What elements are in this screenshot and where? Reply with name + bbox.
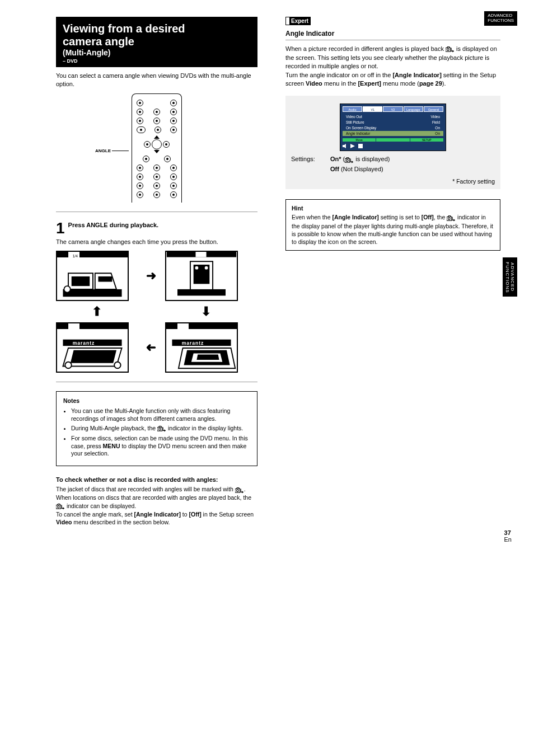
svg-rect-6	[99, 276, 113, 282]
remote-illustration: ANGLE	[106, 93, 207, 203]
svg-marker-17	[71, 350, 116, 363]
check-p2: To cancel the angle mark, set [Angle Ind…	[56, 510, 257, 526]
svg-point-26	[159, 428, 161, 430]
svg-point-18	[65, 362, 71, 368]
svg-marker-0	[154, 135, 160, 139]
hint-box: Hint Even when the [Angle Indicator] set…	[285, 199, 500, 251]
arrow-up-icon: ⬆	[56, 303, 137, 320]
note-2: During Multi-Angle playback, the indicat…	[71, 425, 250, 433]
settings-row: Settings: On* ( is displayed) Off (Not D…	[291, 154, 495, 173]
hint-text: Even when the [Angle Indicator] setting …	[292, 213, 494, 246]
scene-3: marantz	[165, 322, 238, 373]
title-dvd: – DVD	[63, 58, 251, 64]
right-p1: When a picture recorded in different ang…	[285, 45, 500, 71]
setup-tab: Audio	[343, 106, 362, 112]
notes-heading: Notes	[63, 397, 250, 405]
page-number: 37 En	[504, 529, 512, 543]
svg-rect-2	[63, 289, 121, 297]
scene-label: 1/4	[73, 254, 78, 258]
factory-note: * Factory setting	[291, 178, 495, 185]
angle-icon	[56, 503, 65, 510]
right-p2: Turn the angle indicator on or off in th…	[285, 71, 500, 88]
svg-rect-14	[177, 289, 226, 295]
svg-rect-9	[195, 252, 206, 257]
scene-4: marantz	[56, 322, 129, 373]
svg-rect-39	[358, 144, 363, 148]
svg-rect-4	[72, 276, 90, 286]
angle-icon	[157, 425, 166, 433]
angle-icon	[235, 486, 244, 494]
svg-marker-1	[154, 150, 160, 153]
scene-1: 1/4	[56, 251, 129, 301]
scene-brand: marantz	[73, 340, 95, 346]
svg-marker-33	[63, 508, 64, 510]
svg-marker-37	[343, 144, 346, 148]
svg-marker-36	[452, 50, 454, 52]
angle-scene-grid: 1/4 ➜	[56, 251, 246, 373]
step-title: Press ANGLE during playback.	[68, 222, 159, 228]
title-line2: camera angle	[63, 35, 251, 48]
title-sub: (Multi-Angle)	[63, 48, 251, 57]
notes-box: Notes You can use the Multi-Angle functi…	[56, 391, 257, 466]
arrow-down-icon: ⬇	[165, 303, 246, 320]
setup-tab: Language	[404, 106, 423, 112]
side-badge: ADVANCED FUNCTIONS	[503, 257, 517, 297]
svg-marker-30	[242, 491, 243, 493]
topbar-badge: ADVANCED FUNCTIONS	[484, 11, 517, 26]
topbar-line2: FUNCTIONS	[488, 18, 514, 24]
svg-marker-38	[350, 144, 355, 148]
hint-heading: Hint	[292, 204, 494, 212]
title-block: Viewing from a desired camera angle (Mul…	[56, 17, 257, 67]
setup-screenshot: Audio V1 V2 Language General Video OutVi…	[285, 96, 500, 189]
svg-point-44	[448, 218, 451, 220]
stop-icon	[358, 144, 363, 148]
svg-point-29	[236, 490, 238, 492]
check-heading: To check whether or not a disc is record…	[56, 476, 257, 483]
step-number: 1	[56, 221, 65, 235]
angle-icon	[446, 45, 455, 53]
check-p1: The jacket of discs that are recorded wi…	[56, 485, 257, 510]
expert-tag: Expert	[285, 17, 311, 25]
svg-point-13	[205, 266, 208, 270]
svg-point-32	[58, 506, 60, 508]
angle-callout: ANGLE	[95, 148, 111, 153]
svg-point-41	[346, 159, 349, 162]
intro-text: You can select a camera angle when viewi…	[56, 72, 257, 88]
separator-2	[56, 382, 257, 382]
separator	[56, 212, 257, 212]
right-heading: Angle Indicator	[285, 27, 500, 40]
title-line1: Viewing from a desired	[63, 22, 251, 35]
svg-point-35	[447, 49, 449, 51]
arrow-left-icon: ➜	[143, 322, 160, 373]
note-3: For some discs, selection can be made us…	[71, 435, 250, 458]
scene-brand: marantz	[182, 340, 204, 346]
volume-icon	[343, 144, 347, 148]
svg-marker-24	[196, 355, 219, 360]
play-icon	[350, 144, 355, 148]
svg-point-19	[114, 362, 120, 368]
setup-tab: V2	[383, 106, 402, 112]
setup-tab: General	[424, 106, 443, 112]
svg-point-12	[195, 266, 199, 270]
note-1: You can use the Multi-Angle function onl…	[71, 407, 250, 422]
svg-marker-27	[164, 429, 166, 431]
step-sub: The camera angle changes each time you p…	[56, 238, 257, 245]
arrow-right-icon: ➜	[143, 251, 160, 301]
angle-icon	[345, 155, 354, 165]
angle-icon	[447, 214, 456, 222]
scene-2	[165, 251, 238, 301]
svg-point-7	[64, 286, 70, 292]
setup-tab-active: V1	[363, 106, 382, 112]
